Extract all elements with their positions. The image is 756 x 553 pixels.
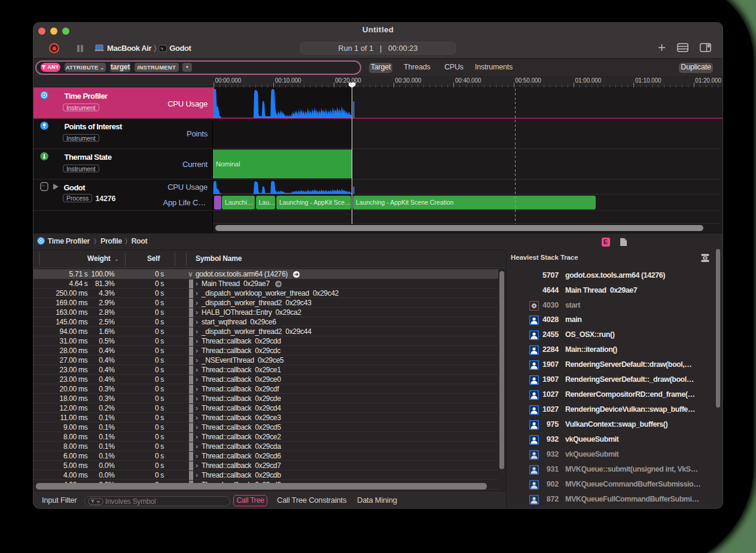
svg-text:>▖: >▖ [160, 45, 164, 50]
svg-text:>-: >- [42, 184, 45, 187]
